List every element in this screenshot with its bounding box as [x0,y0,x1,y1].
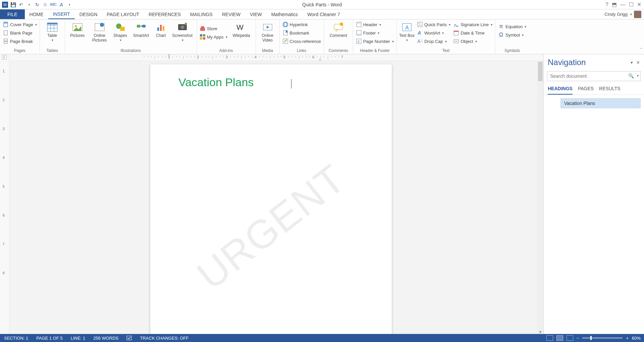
close-icon[interactable]: ✕ [637,1,641,8]
read-mode-icon[interactable] [546,335,553,341]
undo-dropdown-icon[interactable]: ▾ [26,2,32,8]
word-app-icon[interactable]: W [2,2,8,8]
tab-design[interactable]: DESIGN [75,9,102,19]
svg-rect-47 [357,22,361,23]
tab-mathematics[interactable]: Mathematics [267,9,303,19]
hyperlink-button[interactable]: Hyperlink [282,21,322,28]
page-break-label: Page Break [10,39,33,44]
tab-file[interactable]: FILE [0,9,25,19]
font-size-icon[interactable]: A [58,2,64,8]
table-button[interactable]: Table▾ [42,20,63,42]
header-button[interactable]: Header▾ [355,21,394,28]
web-layout-icon[interactable] [567,335,573,341]
tab-review[interactable]: REVIEW [217,9,245,19]
comment-button[interactable]: Comment [326,20,351,38]
online-pictures-button[interactable]: Online Pictures [89,20,110,43]
zoom-in-icon[interactable]: + [626,336,629,341]
ribbon-display-icon[interactable]: ⬒ [612,1,617,8]
svg-rect-67 [455,41,458,42]
footer-button[interactable]: Footer▾ [355,29,394,37]
quick-parts-button[interactable]: Quick Parts▾ [416,21,451,28]
screenshot-button[interactable]: Screenshot▾ [170,20,195,42]
my-apps-label: My Apps [207,35,224,40]
svg-point-45 [340,22,343,26]
blank-page-icon [3,30,9,36]
vertical-scrollbar[interactable]: ▲ ▼ [537,61,543,334]
zoom-out-icon[interactable]: − [577,336,579,341]
help-icon[interactable]: ? [605,2,608,8]
maximize-icon[interactable]: ☐ [629,1,634,8]
tab-view[interactable]: VIEW [245,9,267,19]
zoom-level[interactable]: 60% [632,336,641,341]
navpane-close-icon[interactable]: ✕ [636,60,640,65]
signature-line-label: Signature Line [461,22,489,27]
scroll-down-icon[interactable]: ▼ [537,330,543,334]
spelling-icon[interactable]: ABC [50,2,56,8]
search-wrap: 🔍 ▾ [547,71,641,81]
cover-page-button[interactable]: Cover Page▾ [2,21,38,28]
page-break-button[interactable]: Page Break [2,38,38,45]
tab-word-cleaner[interactable]: Word Cleaner 7 [303,9,345,19]
document-area: 1234567▽△ Vacation Plans URGENT ▲ ▼ [9,54,543,334]
tab-selector[interactable]: L [2,55,7,60]
print-layout-icon[interactable] [556,335,563,341]
status-page[interactable]: PAGE 1 OF 5 [32,336,67,341]
chart-button[interactable]: Chart [153,20,169,38]
tab-insert[interactable]: INSERT [48,9,75,19]
tab-mailings[interactable]: MAILINGS [185,9,217,19]
redo-icon[interactable]: ↻ [34,2,40,8]
page-scroll[interactable]: Vacation Plans URGENT ▲ ▼ [9,61,543,334]
status-section[interactable]: SECTION: 1 [0,336,32,341]
cross-reference-button[interactable]: Cross-reference [282,38,322,45]
tab-references[interactable]: REFERENCES [144,9,185,19]
search-icon[interactable]: 🔍 [628,73,634,78]
bookmark-button[interactable]: Bookmark [282,29,322,37]
nav-tab-results[interactable]: RESULTS [599,86,621,95]
save-icon[interactable]: 💾 [10,2,16,8]
wikipedia-button[interactable]: WWikipedia [229,20,254,38]
text-box-button[interactable]: AText Box▾ [399,20,415,42]
equation-button[interactable]: πEquation▾ [497,23,527,30]
nav-heading-item[interactable]: Vacation Plans [560,98,641,108]
avatar[interactable] [634,11,641,18]
scroll-thumb[interactable] [538,62,543,81]
minimize-icon[interactable]: — [620,2,626,8]
status-proofing-icon[interactable] [122,336,136,340]
group-illustrations: Pictures Online Pictures Shapes▾ SmartAr… [65,19,197,54]
qat-custom-icon[interactable]: ⎘ [42,2,48,8]
date-time-button[interactable]: Date & Time [452,29,493,37]
nav-tab-headings[interactable]: HEADINGS [548,86,573,95]
blank-page-button[interactable]: Blank Page [2,29,38,37]
search-dropdown-icon[interactable]: ▾ [637,74,639,77]
status-words[interactable]: 256 WORDS [89,336,122,341]
wordart-button[interactable]: AWordArt▾ [416,29,451,37]
document-heading: Vacation Plans [150,64,392,89]
search-input[interactable] [547,71,641,81]
smartart-button[interactable]: SmartArt [131,20,152,38]
qat-dropdown-icon[interactable]: ▾ [66,2,72,8]
store-button[interactable]: Store [199,25,228,32]
my-apps-button[interactable]: My Apps▾ [199,33,228,41]
user-dropdown-icon[interactable]: ▾ [630,12,632,16]
status-track-changes[interactable]: TRACK CHANGES: OFF [136,336,193,341]
document-page[interactable]: Vacation Plans URGENT [150,64,392,334]
tab-page-layout[interactable]: PAGE LAYOUT [102,9,144,19]
tab-home[interactable]: HOME [25,9,48,19]
online-video-button[interactable]: Online Video [258,20,277,43]
shapes-button[interactable]: Shapes▾ [111,20,129,42]
status-line[interactable]: LINE: 1 [67,336,89,341]
pictures-button[interactable]: Pictures [67,20,88,38]
page-number-button[interactable]: #Page Number▾ [355,38,394,45]
navpane-dropdown-icon[interactable]: ▾ [631,60,633,65]
nav-tab-pages[interactable]: PAGES [578,86,594,95]
signature-line-button[interactable]: Signature Line▾ [452,21,493,28]
collapse-ribbon-icon[interactable]: ˆ [640,47,642,53]
user-area[interactable]: Cindy Grigg ▾ [604,9,644,19]
undo-icon[interactable]: ↶ [18,2,24,8]
drop-cap-button[interactable]: ADrop Cap▾ [416,38,451,45]
group-symbols-label: Symbols [497,48,527,54]
zoom-slider[interactable] [582,337,623,339]
zoom-slider-thumb[interactable] [590,336,592,340]
symbol-button[interactable]: ΩSymbol▾ [497,31,527,39]
object-button[interactable]: Object▾ [452,38,493,45]
